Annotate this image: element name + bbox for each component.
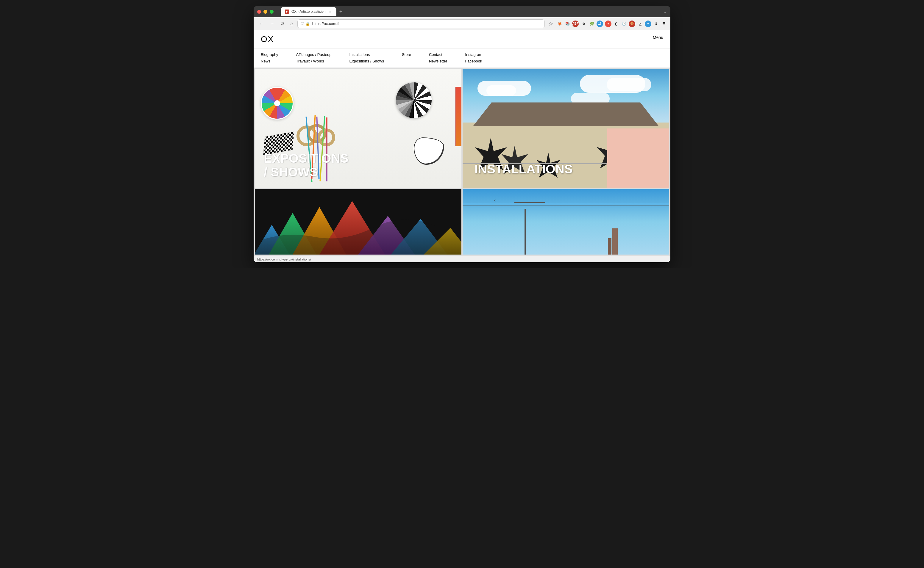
utility-pole [524,209,526,255]
bottom-right-image: ✕ [463,189,669,255]
address-bar[interactable]: 🛡 🔒 https://ox.com.fr [297,19,545,28]
clock-extension[interactable]: 🕐 [621,21,627,27]
maximize-button[interactable] [270,10,274,14]
lock-icon: 🔒 [305,22,310,26]
power-line-2 [463,205,669,206]
nav-biography[interactable]: Biography [261,52,278,57]
tab-bar: ▶ OX - Artiste plasticien × + [281,7,667,16]
title-bar: ▶ OX - Artiste plasticien × + ⌄ [254,6,670,17]
active-tab[interactable]: ▶ OX - Artiste plasticien × [281,7,336,16]
nav-col-3: Installations Expositions / Shows [350,52,384,64]
website-content: OX Menu Biography News Affichages / Past… [254,30,670,256]
nav-store[interactable]: Store [402,52,411,57]
url-display: https://ox.com.fr [312,21,340,26]
nav-col-2: Affichages / Pasteup Travaux / Works [296,52,332,64]
mountain-svg [255,189,461,255]
new-tab-button[interactable]: + [338,9,344,15]
shield-icon: 🛡 [301,22,304,26]
address-bar-icons: 🛡 🔒 [301,22,310,26]
close-button[interactable] [257,10,261,14]
forward-button[interactable]: → [268,20,276,28]
library-icon[interactable]: 📚 [564,21,570,27]
art-blob [414,137,444,164]
hamburger-menu[interactable]: ☰ [661,21,667,27]
cloud-2 [486,85,516,96]
site-logo[interactable]: OX [261,35,274,48]
status-bar: https://ox.com.fr/type-ox/installations/ [254,256,670,262]
nav-newsletter[interactable]: Newsletter [429,59,447,64]
download-icon[interactable]: ⬇ [653,21,659,27]
tree-extension[interactable]: 🌿 [589,21,595,27]
art-color-wheel [261,87,294,119]
reload-button[interactable]: ↺ [279,20,286,28]
triangle-extension[interactable]: △ [637,21,643,27]
nav-col-1: Biography News [261,52,278,64]
toolbar-extensions: 🦊 📚 ABP ✿ 🌿 16 ● () 🕐 🎨 △ 0 ⬇ ☰ [557,21,667,27]
tab-title: OX - Artiste plasticien [291,9,326,14]
tab-favicon: ▶ [285,9,289,14]
nav-instagram[interactable]: Instagram [465,52,482,57]
site-header: OX Menu [254,30,670,48]
status-url: https://ox.com.fr/type-ox/installations/ [257,258,311,261]
installations-label: INSTALLATIONS [474,162,573,176]
minimize-button[interactable] [264,10,267,14]
color-extension[interactable]: ● [605,21,612,27]
back-button[interactable]: ← [257,20,265,28]
site-navigation: Biography News Affichages / Pasteup Trav… [254,48,670,68]
chimney-2 [608,238,612,255]
nav-news[interactable]: News [261,59,278,64]
bottom-right-grid-item[interactable]: ✕ [463,189,669,255]
building-roof [473,102,659,126]
art-bw-circle [396,82,432,118]
home-button[interactable]: ⌂ [288,20,295,28]
nav-installations[interactable]: Installations [350,52,384,57]
nav-expositions[interactable]: Expositions / Shows [350,59,384,64]
nav-contact[interactable]: Contact [429,52,447,57]
nav-col-5: Contact Newsletter [429,52,447,64]
bracket-extension[interactable]: () [613,21,619,27]
nav-facebook[interactable]: Facebook [465,59,482,64]
traffic-lights [257,10,274,14]
privacy-extension[interactable]: ✿ [580,21,587,27]
chimney-1 [612,228,618,255]
content-grid: EXPOSITIONS / SHOWS [254,68,670,256]
building-right [607,128,669,188]
browser-window: ▶ OX - Artiste plasticien × + ⌄ ← → ↺ ⌂ … [254,6,670,262]
cloud-4 [607,78,651,91]
power-line-1 [463,204,669,204]
bookmark-button[interactable]: ☆ [547,19,554,28]
bird-silhouette: ✕ [494,199,496,202]
nav-col-4: Store [402,52,411,64]
installations-grid-item[interactable]: INSTALLATIONS [463,69,669,188]
bottom-left-grid-item[interactable] [255,189,461,255]
color-picker[interactable]: 🎨 [629,21,635,27]
window-controls[interactable]: ⌄ [663,9,667,15]
abp-extension[interactable]: ABP [572,21,579,27]
nav-col-6: Instagram Facebook [465,52,482,64]
pole-arm-1 [514,202,545,203]
art-vertical-bar [456,87,461,146]
tab-close-button[interactable]: × [328,9,332,14]
nav-travaux[interactable]: Travaux / Works [296,59,332,64]
pocket-icon[interactable]: 🦊 [557,21,563,27]
expositions-label: EXPOSITIONS / SHOWS [264,152,348,179]
counter-badge[interactable]: 0 [645,21,651,27]
toolbar: ← → ↺ ⌂ 🛡 🔒 https://ox.com.fr ☆ 🦊 📚 ABP … [254,17,670,30]
bottom-left-image [255,189,461,255]
menu-button[interactable]: Menu [653,35,663,40]
expositions-grid-item[interactable]: EXPOSITIONS / SHOWS [255,69,461,188]
tab-counter[interactable]: 16 [597,21,603,27]
nav-affichages[interactable]: Affichages / Pasteup [296,52,332,57]
